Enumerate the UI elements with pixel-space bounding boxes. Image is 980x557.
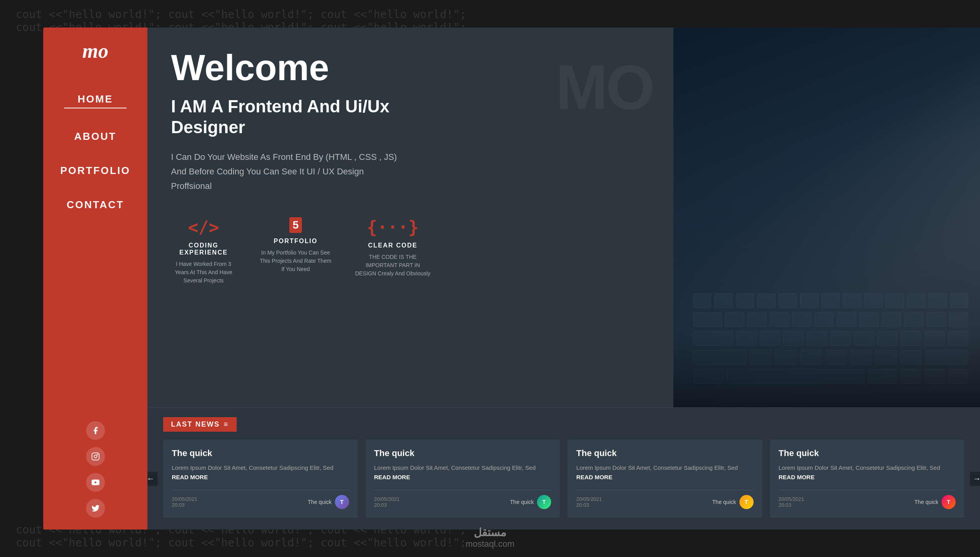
youtube-icon[interactable] [86,473,105,492]
feature-coding: </> CODINGEXPERIENCE I Have Worked From … [171,217,236,285]
news-card-1-footer: 20/05/2021 20:03 The quick T [172,490,349,509]
clear-code-icon: {···} [367,217,419,237]
news-card-4-title: The quick [779,448,956,458]
nav-item-about[interactable]: ABOUT [43,119,147,154]
news-badge-icon: ≡ [224,420,229,429]
news-card-2-footer: 20/05/2021 20:03 The quick T [374,490,552,509]
nav-item-home[interactable]: HOME [43,82,147,119]
svg-point-1 [94,455,97,458]
news-card-2: The quick Lorem Ipsum Dolor Sit Amet, Co… [366,440,560,518]
keyboard-visual [673,27,980,407]
feature-portfolio: 5 PORTFOLIO In My Portfolio You Can See … [260,217,332,285]
news-card-2-author: The quick T [510,495,551,509]
news-card-4-avatar: T [941,495,956,509]
news-prev-button[interactable]: ← [147,472,158,486]
nav-item-portfolio[interactable]: PORTFOLIO [43,154,147,188]
news-card-3-footer: 20/05/2021 20:03 The quick T [576,490,754,509]
news-card-1-time: 20:03 [172,502,197,508]
news-header: LAST NEWS ≡ [163,417,964,432]
news-badge-label: LAST NEWS [171,420,220,429]
news-next-button[interactable]: → [970,472,980,486]
news-card-3-time: 20:03 [576,502,602,508]
feature-portfolio-desc: In My Portfolio You Can See This Project… [260,249,332,273]
twitter-icon[interactable] [86,499,105,518]
news-grid: The quick Lorem Ipsum Dolor Sit Amet, Co… [163,440,964,518]
features-row: </> CODINGEXPERIENCE I Have Worked From … [171,213,430,285]
mostaql-logo-text: مستقل [465,526,515,539]
news-card-3-avatar: T [739,495,754,509]
news-section: LAST NEWS ≡ ← The quick Lorem Ipsum Dolo… [147,407,980,530]
logo: mo [82,39,108,62]
bg-code-line-top: cout <<"hello world!"; cout <<"hello wor… [16,8,964,21]
main-wrapper: mo HOME ABOUT PORTFOLIO CONTACT [43,27,980,530]
news-card-4-date: 20/05/2021 [779,496,804,502]
feature-code: {···} CLEAR CODE THE CODE IS THE IMPORTA… [355,217,430,285]
feature-coding-desc: I Have Worked From 3 Years At This And H… [171,260,236,285]
news-card-1: The quick Lorem Ipsum Dolor Sit Amet, Co… [163,440,358,518]
news-card-3-author: The quick T [712,495,754,509]
news-card-4-time: 20:03 [779,502,804,508]
news-card-3-body: Lorem Ipsum Dolor Sit Amet, Consetetur S… [576,463,754,482]
feature-code-desc: THE CODE IS THE IMPORTANT PART IN DESIGN… [355,253,430,278]
nav-item-contact[interactable]: CONTACT [43,188,147,222]
news-card-4-body: Lorem Ipsum Dolor Sit Amet, Consetetur S… [779,463,956,482]
coding-icon: </> [188,217,219,237]
news-card-2-body: Lorem Ipsum Dolor Sit Amet, Consetetur S… [374,463,552,482]
news-card-2-readmore[interactable]: READ MORE [374,474,410,480]
news-card-1-body: Lorem Ipsum Dolor Sit Amet, Consetetur S… [172,463,349,482]
feature-portfolio-title: PORTFOLIO [274,238,317,245]
instagram-icon[interactable] [86,447,105,466]
news-card-1-readmore[interactable]: READ MORE [172,474,208,480]
news-card-2-title: The quick [374,448,552,458]
feature-code-title: CLEAR CODE [368,242,417,249]
content-area: Welcome I AM A Frontend And Ui/Ux Design… [147,27,980,530]
svg-rect-0 [92,453,99,460]
hero-text: Welcome I AM A Frontend And Ui/Ux Design… [147,27,454,407]
news-card-3-date: 20/05/2021 [576,496,602,502]
news-card-4-footer: 20/05/2021 20:03 The quick T [779,490,956,509]
news-card-2-avatar: T [537,495,551,509]
nav-menu: HOME ABOUT PORTFOLIO CONTACT [43,82,147,222]
facebook-icon[interactable] [86,421,105,440]
hero-section: Welcome I AM A Frontend And Ui/Ux Design… [147,27,980,407]
news-card-4-readmore[interactable]: READ MORE [779,474,815,480]
feature-coding-title: CODINGEXPERIENCE [179,242,228,256]
social-icons [86,421,105,518]
sidebar: mo HOME ABOUT PORTFOLIO CONTACT [43,27,147,530]
hero-image [673,27,980,407]
news-card-1-author: The quick T [308,495,349,509]
welcome-title: Welcome [171,47,430,88]
news-card-1-avatar: T [335,495,349,509]
news-card-3-title: The quick [576,448,754,458]
portfolio-icon: 5 [289,217,302,233]
svg-point-2 [97,454,98,455]
news-card-3-readmore[interactable]: READ MORE [576,474,612,480]
hero-subtitle: I AM A Frontend And Ui/Ux Designer [171,96,430,138]
news-card-2-date: 20/05/2021 [374,496,400,502]
mostaql-url: mostaql.com [465,539,515,549]
hand-overlay [673,27,980,407]
news-card-3: The quick Lorem Ipsum Dolor Sit Amet, Co… [568,440,762,518]
news-badge: LAST NEWS ≡ [163,417,237,432]
hero-description: I Can Do Your Website As Front End By (H… [171,150,407,194]
news-card-4: The quick Lorem Ipsum Dolor Sit Amet, Co… [770,440,965,518]
news-card-4-author: The quick T [914,495,956,509]
news-card-1-date: 20/05/2021 [172,496,197,502]
news-card-2-time: 20:03 [374,502,400,508]
mostaql-watermark: مستقل mostaql.com [465,526,515,549]
news-card-1-title: The quick [172,448,349,458]
